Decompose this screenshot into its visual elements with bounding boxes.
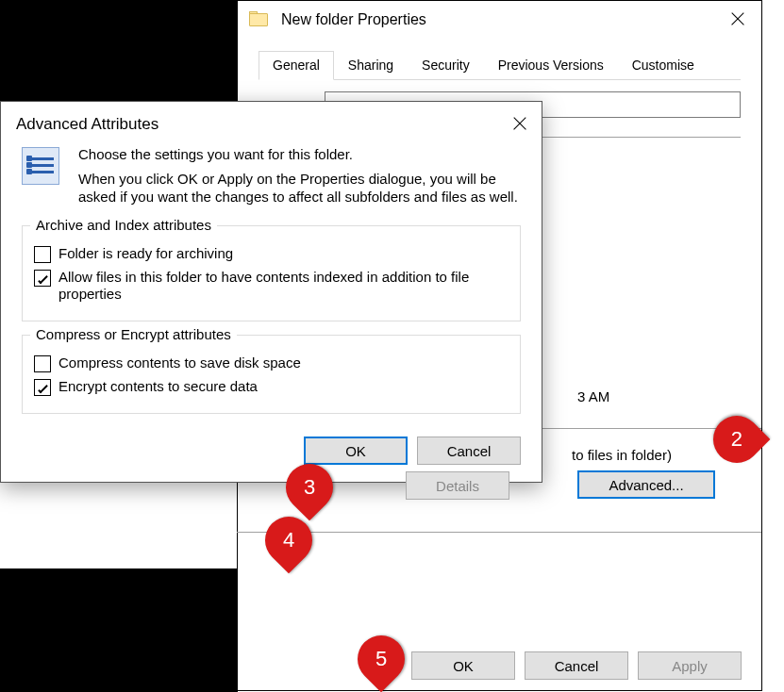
- settings-list-icon: [22, 147, 59, 185]
- advanced-close-button[interactable]: [506, 111, 534, 136]
- tab-previous-versions[interactable]: Previous Versions: [484, 51, 618, 80]
- archiving-label: Folder is ready for archiving: [58, 245, 509, 263]
- advanced-intro-text: Choose the settings you want for this fo…: [78, 145, 521, 212]
- properties-titlebar: New folder Properties: [238, 1, 761, 39]
- encrypt-checkbox[interactable]: [34, 379, 51, 396]
- attributes-note-fragment: to files in folder): [572, 447, 672, 463]
- properties-title: New folder Properties: [281, 11, 426, 28]
- advanced-cancel-button[interactable]: Cancel: [417, 437, 521, 465]
- properties-ok-button[interactable]: OK: [411, 651, 515, 680]
- properties-apply-button[interactable]: Apply: [638, 651, 742, 680]
- tab-security[interactable]: Security: [408, 51, 484, 80]
- created-time-fragment: 3 AM: [577, 388, 609, 404]
- close-icon: [513, 117, 526, 130]
- advanced-ok-button[interactable]: OK: [304, 437, 408, 465]
- advanced-attributes-dialog: Advanced Attributes Choose the settings …: [0, 101, 542, 483]
- encrypt-label: Encrypt contents to secure data: [58, 378, 509, 396]
- properties-cancel-button[interactable]: Cancel: [525, 651, 628, 680]
- details-button[interactable]: Details: [406, 471, 509, 500]
- tab-sharing[interactable]: Sharing: [334, 51, 408, 80]
- archive-index-group: Archive and Index attributes Folder is r…: [22, 225, 521, 322]
- indexing-checkbox[interactable]: [34, 270, 51, 287]
- indexing-label: Allow files in this folder to have conte…: [58, 269, 509, 305]
- compress-label: Compress contents to save disk space: [58, 354, 509, 372]
- tab-customise[interactable]: Customise: [618, 51, 709, 80]
- folder-icon: [249, 11, 270, 28]
- properties-tabs: General Sharing Security Previous Versio…: [259, 50, 741, 80]
- compress-legend: Compress or Encrypt attributes: [30, 326, 237, 342]
- advanced-title: Advanced Attributes: [1, 102, 542, 141]
- compress-encrypt-group: Compress or Encrypt attributes Compress …: [22, 335, 521, 414]
- advanced-button[interactable]: Advanced...: [577, 470, 715, 499]
- properties-close-button[interactable]: [714, 1, 761, 37]
- compress-checkbox[interactable]: [34, 355, 51, 372]
- close-icon: [731, 12, 744, 25]
- archive-legend: Archive and Index attributes: [30, 217, 217, 233]
- tab-general[interactable]: General: [259, 51, 334, 80]
- archiving-checkbox[interactable]: [34, 246, 51, 263]
